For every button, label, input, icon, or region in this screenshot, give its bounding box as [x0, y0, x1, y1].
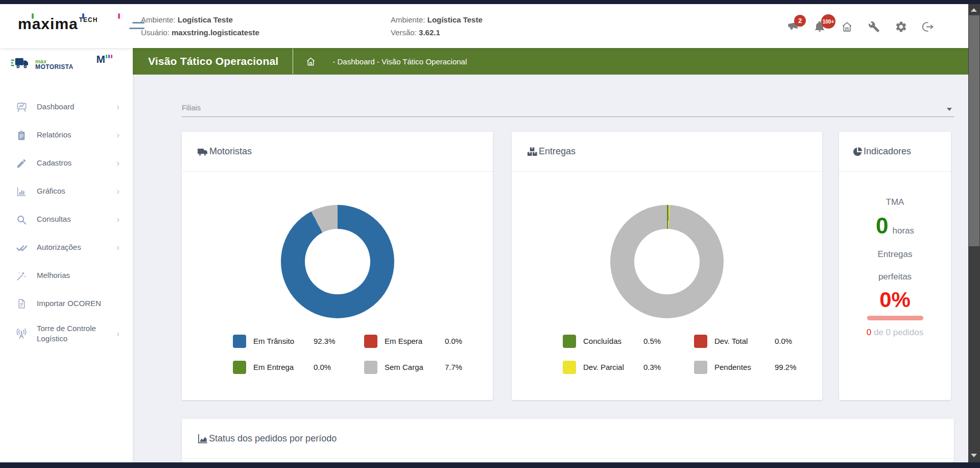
m-letter: M [97, 54, 106, 64]
legend-swatch [694, 335, 707, 348]
perfect-deliveries-line2: perfeitas [839, 272, 951, 282]
legend-item[interactable]: Em Entrega 0.0% [233, 360, 341, 374]
scrollbar-thumb[interactable] [969, 15, 979, 246]
legend-item[interactable]: Pendentes 99.2% [694, 360, 802, 374]
logout-button[interactable] [921, 20, 935, 33]
notifications-badge: 100+ [821, 14, 835, 29]
main-content: Visão Tático Operacional - Dashboard - V… [133, 48, 968, 462]
legend-swatch [694, 361, 707, 374]
logo-accent-green [32, 13, 34, 19]
legend-swatch [364, 335, 377, 348]
entregas-legend: Concluídas 0.5% Dev. Total 0.0% Dev. Par… [563, 334, 802, 374]
boxes-icon [527, 147, 538, 157]
legend-item[interactable]: Em Trânsito 92.3% [233, 334, 341, 348]
tools-button[interactable] [867, 20, 880, 33]
vertical-scrollbar[interactable] [968, 4, 980, 462]
magic-wand-icon [15, 270, 28, 282]
legend-value: 7.7% [445, 363, 462, 371]
announcements-badge: 2 [794, 15, 806, 27]
sidebar-item-label: Gráficos [37, 186, 65, 196]
sidebar-nav: Dashboard › Relatórios › Cadastros › Grá… [0, 93, 133, 349]
gear-icon [895, 20, 907, 33]
sidebar-item-label: Dashboard [37, 102, 74, 112]
ambiente-label-2: Ambiente: [391, 15, 425, 24]
double-check-icon [15, 242, 28, 254]
legend-item[interactable]: Em Espera 0.0% [364, 334, 472, 348]
sidebar-item-consultas[interactable]: Consultas › [0, 205, 133, 233]
sidebar-item-graficos[interactable]: Gráficos › [0, 177, 133, 205]
wrench-icon [868, 21, 880, 33]
logo-accent-pink [118, 13, 120, 19]
sidebar-item-label: Consultas [37, 214, 71, 224]
motoristas-legend: Em Trânsito 92.3% Em Espera 0.0% Em Entr… [233, 334, 472, 374]
legend-label: Em Espera [385, 337, 440, 345]
document-icon [15, 298, 28, 310]
logo-line1: max [35, 59, 74, 64]
indicadores-body: TMA 0 horas Entregas perfeitas 0% 0 de 0… [839, 172, 951, 338]
orders-count: 0 [867, 327, 871, 337]
legend-item[interactable]: Concluídas 0.5% [563, 334, 671, 348]
chevron-right-icon: › [116, 130, 119, 141]
legend-swatch [563, 335, 576, 348]
progress-bar [867, 316, 923, 320]
announcements-button[interactable]: 2 [786, 20, 799, 33]
card-title: Status dos pedidos por período [209, 433, 337, 444]
sidebar-item-cadastros[interactable]: Cadastros › [0, 149, 133, 177]
app-header: maximaTECH Ambiente: Logística Teste Usu… [0, 4, 968, 48]
status-pedidos-card: Status dos pedidos por período [182, 419, 954, 462]
indicadores-card-header: Indicadores [839, 132, 951, 172]
ambiente-value: Logística Teste [178, 15, 233, 24]
legend-value: 0.0% [314, 363, 331, 371]
legend-item[interactable]: Dev. Total 0.0% [694, 334, 802, 348]
legend-label: Em Trânsito [253, 337, 308, 345]
pencil-icon [15, 157, 28, 170]
tma-unit: horas [892, 226, 914, 236]
home-icon [841, 20, 853, 33]
scroll-up-arrow[interactable] [971, 8, 977, 12]
legend-swatch [364, 361, 377, 374]
sidebar-item-autorizacoes[interactable]: Autorizações › [0, 233, 133, 262]
sidebar-item-relatorios[interactable]: Relatórios › [0, 121, 133, 149]
legend-item[interactable]: Sem Carga 7.7% [364, 360, 472, 374]
maxima-m-mark: M [97, 54, 113, 64]
notifications-button[interactable]: 100+ [813, 20, 826, 33]
legend-item[interactable]: Dev. Parcial 0.3% [563, 360, 671, 374]
card-title: Motoristas [209, 146, 252, 157]
easel-chart-icon [15, 101, 28, 113]
motoristas-card: Motoristas Em Trânsito 92.3% Em Espera 0… [182, 132, 493, 400]
settings-button[interactable] [894, 20, 907, 33]
breadcrumb-home-icon[interactable] [305, 56, 316, 67]
card-title: Entregas [539, 146, 576, 157]
filiais-select[interactable]: Filiais [182, 102, 954, 120]
legend-label: Pendentes [714, 363, 770, 371]
environment-user-info: Ambiente: Logística Teste Usuário: maxst… [141, 13, 259, 39]
ambiente-value-2: Logística Teste [427, 15, 483, 24]
sidebar-item-label: Melhorias [37, 270, 70, 280]
usuario-value: maxstring.logisticateste [172, 28, 259, 37]
filiais-label: Filiais [182, 104, 201, 112]
sidebar: max MOTORISTA M Dashboard › Relatórios ›… [0, 48, 133, 462]
chevron-right-icon: › [116, 214, 119, 225]
orders-detail: 0 de 0 pedidos [839, 327, 951, 338]
sidebar-item-label: Autorizações [37, 242, 81, 252]
tma-value-row: 0 horas [839, 216, 951, 236]
sidebar-item-torre-de-controle[interactable]: Torre de Controle Logístico › [0, 318, 133, 349]
tma-label: TMA [839, 197, 951, 207]
entregas-card-header: Entregas [512, 132, 822, 172]
truck-logo-icon [10, 56, 32, 73]
antenna-icon [15, 327, 28, 340]
sidebar-item-importar-ocoren[interactable]: Importar OCOREN [0, 290, 133, 318]
orders-total: de 0 pedidos [874, 327, 923, 337]
clipboard-icon [15, 129, 28, 142]
legend-label: Concluídas [583, 337, 638, 345]
truck-icon [197, 147, 208, 157]
perfect-deliveries-line1: Entregas [839, 249, 951, 260]
sidebar-item-dashboard[interactable]: Dashboard › [0, 93, 133, 121]
sidebar-item-label: Importar OCOREN [37, 298, 101, 309]
legend-label: Em Entrega [253, 363, 308, 371]
home-button[interactable] [840, 20, 853, 33]
scroll-down-arrow[interactable] [971, 454, 977, 457]
status-pedidos-card-header: Status dos pedidos por período [182, 419, 954, 459]
perfect-deliveries-percent: 0% [839, 289, 951, 311]
sidebar-item-melhorias[interactable]: Melhorias [0, 262, 133, 290]
